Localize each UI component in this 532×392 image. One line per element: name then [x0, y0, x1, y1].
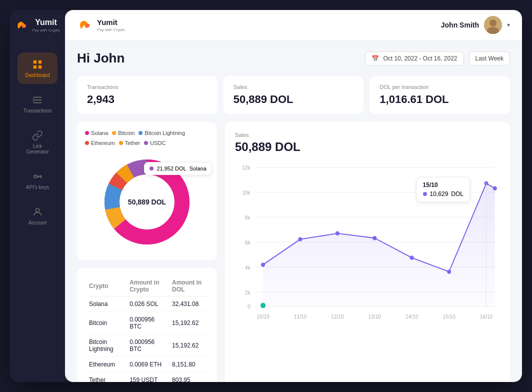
sidebar-logo: Yumit Pay with Crypto: [10, 18, 65, 32]
date-range-text: Oct 10, 2022 - Oct 16, 2022: [383, 55, 457, 62]
stat-value-transactions: 2,943: [87, 93, 208, 106]
svg-rect-0: [34, 60, 36, 64]
legend-dot-solana: [85, 131, 89, 135]
svg-text:10/10: 10/10: [256, 314, 270, 320]
legend-dot-tether: [119, 141, 123, 145]
svg-rect-3: [38, 66, 42, 68]
legend-usdc: USDC: [144, 140, 166, 146]
svg-text:14/10: 14/10: [406, 314, 418, 320]
tooltip-label: Solana: [190, 166, 206, 172]
header-logo: Yumit Pay with Crypto: [77, 17, 125, 33]
legend-dot-usdc: [144, 141, 148, 145]
chart-card: Sales 50,889 DOL: [225, 122, 510, 382]
table-header-amount-dol: Amount in DOL: [168, 276, 209, 296]
chart-tooltip: 15/10 10,629 DOL: [416, 177, 470, 202]
legend-ethereum: Ethereum: [85, 140, 115, 146]
main-grid: Solana Bitcoin Bitcoin Lightning: [77, 122, 510, 382]
table-header-amount-crypto: Amount in Crypto: [126, 276, 168, 296]
svg-rect-1: [38, 60, 42, 64]
avatar: [484, 16, 502, 34]
dashboard: Hi John 📅 Oct 10, 2022 - Oct 16, 2022 La…: [65, 40, 522, 382]
sidebar-item-account-label: Account: [28, 220, 46, 226]
table-row: Tether 159 USDT 803.95: [85, 372, 209, 382]
table-cell-amount-dol: 15,192.62: [168, 334, 209, 357]
date-preset-select[interactable]: Last Week: [469, 52, 510, 66]
table-cell-amount-crypto: 0.000956 BTC: [126, 334, 168, 357]
sidebar-item-link-label: Link Generator: [22, 144, 52, 154]
table-cell-amount-dol: 32,431.08: [168, 296, 209, 312]
chart-tooltip-currency: DOL: [451, 190, 464, 198]
api-icon: [32, 170, 44, 182]
table-cell-amount-dol: 803.95: [168, 372, 209, 382]
svg-text:6k: 6k: [245, 240, 251, 246]
legend-label-bitcoin: Bitcoin: [118, 130, 134, 136]
app-container: Yumit Pay with Crypto Dashboard: [10, 10, 522, 382]
svg-text:16/10: 16/10: [480, 314, 493, 320]
svg-point-10: [36, 208, 39, 212]
legend-tether: Tether: [119, 140, 140, 146]
table-cell-amount-crypto: 0.000956 BTC: [126, 312, 168, 334]
stat-label-transactions: Transactions: [87, 84, 208, 90]
tooltip-dot: [150, 166, 154, 170]
table-cell-amount-crypto: 159 USDT: [126, 372, 168, 382]
sidebar-item-dashboard-label: Dashboard: [26, 72, 50, 78]
legend-btc-lightning: Bitcoin Lightning: [138, 130, 185, 136]
table-cell-amount-crypto: 0.0069 ETH: [126, 357, 168, 372]
sidebar-item-account[interactable]: Account: [18, 200, 58, 232]
table-cell-crypto: Bitcoin Lightning: [85, 334, 126, 357]
legend-label-tether: Tether: [125, 140, 140, 146]
donut-card: Solana Bitcoin Bitcoin Lightning: [77, 122, 217, 260]
sidebar-nav: Dashboard Transactions: [10, 52, 65, 232]
stats-row: Transactions 2,943 Sales 50,889 DOL DOL …: [77, 76, 510, 114]
table-cell-amount-dol: 8,151.80: [168, 357, 209, 372]
calendar-icon: 📅: [372, 55, 379, 62]
svg-text:4k: 4k: [245, 264, 251, 270]
table-cell-amount-crypto: 0.026 SOL: [126, 296, 168, 312]
table-card: Crypto Amount in Crypto Amount in DOL So…: [77, 268, 217, 382]
svg-point-44: [336, 232, 340, 236]
table-cell-crypto: Ethereum: [85, 357, 126, 372]
tooltip-purple-dot: [423, 192, 427, 196]
svg-point-9: [34, 175, 37, 178]
link-icon: [32, 130, 44, 142]
legend-bitcoin: Bitcoin: [112, 130, 134, 136]
stat-label-dol-per-tx: DOL per transaction: [380, 84, 500, 90]
svg-text:15/10: 15/10: [442, 314, 456, 320]
sidebar-item-transactions[interactable]: Transactions: [18, 88, 58, 120]
transactions-icon: [32, 94, 44, 106]
svg-point-45: [372, 236, 376, 240]
tooltip-value: 21,952 DOL: [156, 166, 186, 172]
legend-dot-btc-lightning: [138, 131, 142, 135]
header-app-name: Yumit: [97, 18, 125, 26]
chart-tooltip-row: 10,629 DOL: [423, 190, 464, 198]
donut-chart: 50,889 DOL 21,952 DOL Solana: [97, 152, 197, 252]
table-cell-crypto: Bitcoin: [85, 312, 126, 334]
crypto-table: Crypto Amount in Crypto Amount in DOL So…: [85, 276, 209, 382]
stat-card-transactions: Transactions 2,943: [77, 76, 218, 114]
sidebar: Yumit Pay with Crypto Dashboard: [10, 10, 65, 382]
date-range-input[interactable]: 📅 Oct 10, 2022 - Oct 16, 2022: [365, 52, 464, 66]
legend-label-btc-lightning: Bitcoin Lightning: [144, 130, 185, 136]
table-row: Bitcoin Lightning 0.000956 BTC 15,192.62: [85, 334, 209, 357]
svg-point-46: [410, 256, 414, 260]
svg-point-42: [261, 262, 265, 267]
logo-name: Yumit: [32, 18, 60, 27]
donut-center-text: 50,889 DOL: [128, 198, 166, 206]
sidebar-item-api-keys[interactable]: API's keys: [18, 164, 58, 196]
header-right: John Smith ▾: [441, 16, 510, 34]
stat-card-dol-per-tx: DOL per transaction 1,016.61 DOL: [370, 76, 510, 114]
chevron-down-icon[interactable]: ▾: [507, 22, 510, 28]
stat-value-sales: 50,889 DOL: [234, 93, 354, 106]
legend-row: Solana Bitcoin Bitcoin Lightning: [85, 130, 209, 146]
sidebar-item-transactions-label: Transactions: [24, 108, 52, 114]
table-cell-amount-dol: 15,192.62: [168, 312, 209, 334]
table-row: Solana 0.026 SOL 32,431.08: [85, 296, 209, 312]
sidebar-item-dashboard[interactable]: Dashboard: [18, 52, 58, 84]
date-range-wrapper: 📅 Oct 10, 2022 - Oct 16, 2022 Last Week: [365, 52, 510, 66]
dashboard-topbar: Hi John 📅 Oct 10, 2022 - Oct 16, 2022 La…: [77, 50, 510, 66]
left-panel: Solana Bitcoin Bitcoin Lightning: [77, 122, 217, 382]
table-row: Ethereum 0.0069 ETH 8,151.80: [85, 357, 209, 372]
user-name: John Smith: [441, 21, 479, 29]
chart-total-value: 50,889 DOL: [235, 140, 500, 154]
sidebar-item-link-generator[interactable]: Link Generator: [18, 124, 58, 160]
